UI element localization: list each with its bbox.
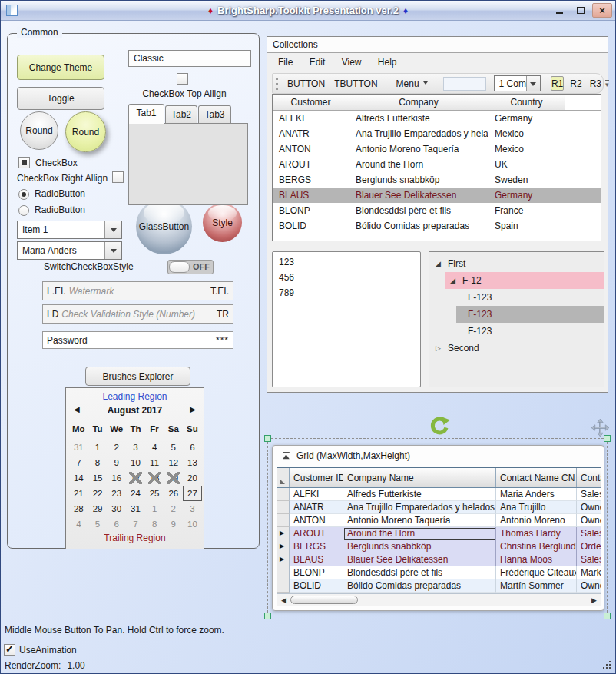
datagrid-corner-header[interactable]: [277, 468, 290, 487]
menu-help[interactable]: Help: [378, 57, 397, 68]
resize-handle-bottom-right[interactable]: [604, 613, 611, 619]
toolbar-radio-r3[interactable]: R3: [590, 78, 601, 89]
tab-tab1[interactable]: Tab1: [128, 104, 164, 124]
toolbar-button[interactable]: BUTTON: [287, 78, 325, 89]
brushes-explorer-button[interactable]: Brushes Explorer: [85, 367, 190, 386]
calendar-day[interactable]: 18: [145, 470, 164, 486]
glass-button[interactable]: GlassButton: [136, 198, 192, 254]
calendar-day[interactable]: 31: [126, 501, 145, 516]
calendar-day[interactable]: 23: [107, 486, 126, 501]
row-header[interactable]: ▶: [277, 540, 290, 553]
chevron-down-icon[interactable]: [104, 221, 121, 238]
menu-file[interactable]: File: [278, 57, 293, 68]
column-header-contact-name[interactable]: Contact Name CN: [496, 468, 577, 487]
table-row[interactable]: ▶AROUTAround the HornThomas HardySales: [277, 527, 601, 540]
list-item[interactable]: 789: [273, 285, 420, 300]
resize-grip-icon[interactable]: [603, 661, 611, 669]
change-theme-button[interactable]: Change Theme: [17, 55, 104, 80]
switch-checkbox[interactable]: OFF: [167, 260, 214, 274]
theme-input[interactable]: Classic: [128, 50, 251, 67]
tab-tab2[interactable]: Tab2: [165, 105, 197, 124]
scroll-right-icon[interactable]: ▶: [591, 596, 597, 604]
column-header-customer[interactable]: Customer: [273, 95, 349, 110]
calendar-day[interactable]: 12: [164, 455, 183, 470]
toolbar-combobox[interactable]: 1 Com: [494, 75, 541, 91]
calendar-day[interactable]: 4: [145, 440, 164, 455]
maximize-button[interactable]: [571, 3, 591, 18]
calendar-day[interactable]: 2: [164, 501, 183, 516]
calendar-day[interactable]: 21: [69, 486, 88, 501]
tab-tab3[interactable]: Tab3: [198, 105, 231, 124]
column-header-country[interactable]: Country: [488, 95, 565, 110]
calendar-day[interactable]: 24: [126, 486, 145, 501]
calendar-day[interactable]: 1: [145, 501, 164, 516]
validation-textbox[interactable]: LD Check Validation Style (Number) TR: [42, 304, 233, 324]
list-item[interactable]: 123: [273, 254, 420, 270]
checkbox-right-align[interactable]: [112, 171, 124, 183]
scroll-left-icon[interactable]: ◀: [281, 596, 286, 604]
table-row[interactable]: ▶BERGSBerglunds snabbköpChristina Berglu…: [277, 540, 601, 553]
tree-item-f12[interactable]: ◢ F-12: [429, 272, 604, 289]
table-row[interactable]: ALFKIAlfreds FutterkisteGermany: [273, 111, 601, 126]
row-header[interactable]: ▶: [277, 527, 290, 540]
calendar-day[interactable]: 13: [183, 455, 202, 470]
calendar-day[interactable]: 17: [126, 470, 145, 486]
toolbar-input[interactable]: [443, 77, 486, 91]
calendar-month-label[interactable]: August 2017: [66, 405, 204, 416]
rotate-handle-icon[interactable]: [428, 415, 451, 438]
calendar-day[interactable]: 5: [88, 516, 108, 532]
round-button-gray[interactable]: Round: [20, 111, 58, 150]
calendar-day[interactable]: 2: [107, 440, 126, 455]
table-row[interactable]: ANATRAna Trujillo Emparedados y helaMexi…: [273, 126, 601, 141]
calendar-day[interactable]: 4: [69, 516, 88, 532]
table-row[interactable]: ▶BLAUSBlauer See DelikatessenHanna MoosS…: [277, 553, 601, 566]
expander-header[interactable]: Grid (MaxWidth,MaxHeight): [273, 446, 604, 466]
column-header-contact-title[interactable]: Conta: [577, 468, 601, 487]
calendar-day[interactable]: 31: [69, 440, 88, 455]
watermark-textbox[interactable]: L.EI. Watermark T.EI.: [42, 281, 233, 300]
calendar-day[interactable]: 14: [69, 470, 88, 486]
scrollbar-thumb[interactable]: [290, 596, 358, 604]
table-row[interactable]: ANTONAntonio Moreno TaqueríaMexico: [273, 141, 601, 157]
calendar-day[interactable]: 7: [69, 455, 88, 470]
table-row[interactable]: ANTONAntonio Moreno TaqueríaAntonio More…: [277, 514, 601, 527]
switch-thumb[interactable]: [169, 261, 190, 273]
table-row[interactable]: AROUTAround the HornUK: [273, 157, 601, 172]
toolbar-overflow-icon[interactable]: ▾: [605, 80, 609, 88]
column-header-customer-id[interactable]: Customer ID: [290, 468, 343, 487]
calendar-day[interactable]: 7: [126, 516, 145, 532]
table-row[interactable]: BLONPBlondesddsl père et filsFrédérique …: [277, 566, 601, 579]
toolbar-radio-r1[interactable]: R1: [551, 76, 564, 91]
table-row[interactable]: BERGSBerglunds snabbköpSweden: [273, 172, 601, 188]
calendar-day[interactable]: 10: [126, 455, 145, 470]
menu-view[interactable]: View: [342, 57, 362, 68]
calendar-day[interactable]: 26: [164, 486, 183, 501]
resize-handle-top-left[interactable]: [264, 435, 271, 442]
minimize-button[interactable]: [549, 3, 569, 18]
menu-edit[interactable]: Edit: [310, 57, 326, 68]
row-header[interactable]: [277, 501, 290, 514]
radio-button-unselected[interactable]: [18, 205, 29, 216]
calendar-day[interactable]: 3: [183, 501, 202, 516]
chevron-down-icon[interactable]: [104, 242, 121, 259]
calendar-day[interactable]: 11: [145, 455, 164, 470]
tree-item-label[interactable]: F-123: [468, 323, 492, 340]
calendar-day[interactable]: 6: [107, 516, 126, 532]
tree-item-label[interactable]: Second: [448, 340, 479, 357]
calendar-day[interactable]: 10: [183, 516, 202, 532]
table-row[interactable]: BLONPBlondesddsl père et filsFrance: [273, 203, 601, 218]
table-row[interactable]: BOLIDBólido Comidas preparadasMartín Som…: [277, 579, 601, 593]
resize-handle-top-right[interactable]: [604, 435, 611, 442]
tree-item-label[interactable]: First: [448, 255, 465, 272]
row-header[interactable]: [277, 514, 290, 527]
calendar-day[interactable]: 28: [69, 501, 88, 516]
collections-header[interactable]: Collections: [267, 37, 608, 53]
table-row[interactable]: ANATRAna Trujillo Emparedados y heladosA…: [277, 501, 601, 514]
round-button-green[interactable]: Round: [65, 111, 106, 152]
calendar-day[interactable]: 30: [107, 501, 126, 516]
calendar-day[interactable]: 20: [183, 470, 202, 486]
calendar-day[interactable]: 1: [88, 440, 108, 455]
close-button[interactable]: ×: [592, 3, 612, 18]
checkbox-checked[interactable]: [18, 157, 30, 168]
toolbar-menu-button[interactable]: Menu: [396, 78, 428, 89]
